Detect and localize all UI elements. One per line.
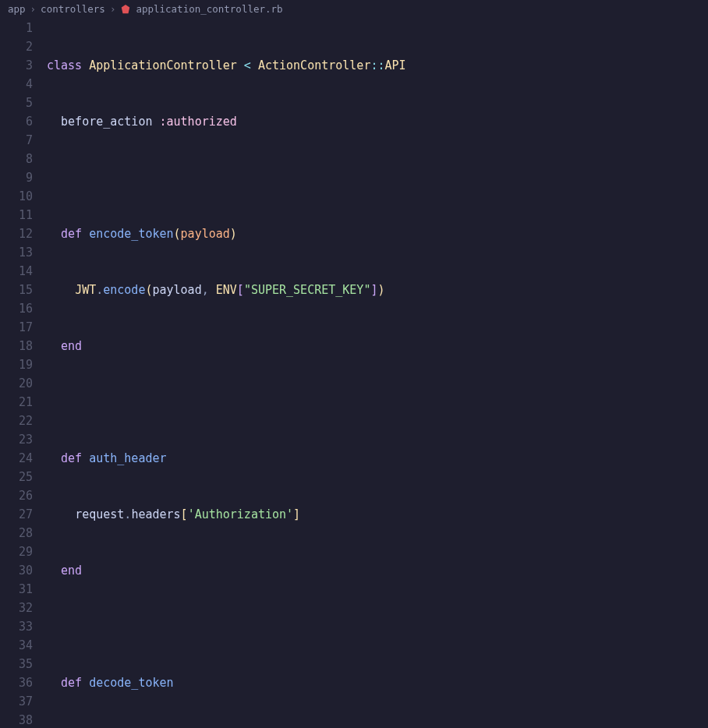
line-number: 4 (0, 75, 33, 94)
breadcrumb: app › controllers › application_controll… (0, 0, 708, 19)
line-number: 27 (0, 505, 33, 524)
line-number: 1 (0, 19, 33, 37)
line-number: 7 (0, 131, 33, 150)
chevron-right-icon: › (110, 2, 116, 17)
code-line[interactable]: class ApplicationController < ActionCont… (47, 56, 708, 75)
code-line[interactable]: def encode_token(payload) (47, 224, 708, 243)
line-number: 8 (0, 150, 33, 168)
line-number: 26 (0, 486, 33, 505)
line-number: 34 (0, 636, 33, 655)
code-line[interactable]: end (47, 337, 708, 355)
line-number-gutter: 1 2 3 4 5 6 7 8 9 10 11 12 13 14 15 16 1… (0, 19, 44, 728)
line-number: 37 (0, 692, 33, 711)
code-line[interactable]: JWT.encode(payload, ENV["SUPER_SECRET_KE… (47, 281, 708, 299)
line-number: 12 (0, 224, 33, 243)
line-number: 18 (0, 337, 33, 355)
line-number: 32 (0, 599, 33, 617)
line-number: 35 (0, 655, 33, 673)
line-number: 15 (0, 281, 33, 299)
code-line[interactable] (47, 168, 708, 187)
line-number: 38 (0, 711, 33, 728)
line-number: 14 (0, 262, 33, 281)
code-line[interactable]: before_action :authorized (47, 112, 708, 131)
line-number: 20 (0, 374, 33, 393)
line-number: 23 (0, 430, 33, 449)
breadcrumb-file[interactable]: application_controller.rb (136, 2, 282, 17)
line-number: 28 (0, 524, 33, 542)
line-number: 3 (0, 56, 33, 75)
line-number: 31 (0, 580, 33, 599)
ruby-file-icon (120, 4, 131, 15)
line-number: 2 (0, 37, 33, 56)
code-line[interactable]: end (47, 561, 708, 580)
breadcrumb-segment[interactable]: controllers (41, 2, 105, 17)
code-line[interactable]: def decode_token (47, 673, 708, 692)
code-line[interactable] (47, 393, 708, 412)
line-number: 29 (0, 542, 33, 561)
line-number: 11 (0, 206, 33, 224)
line-number: 13 (0, 243, 33, 262)
line-number: 24 (0, 449, 33, 468)
line-number: 17 (0, 318, 33, 337)
line-number: 25 (0, 468, 33, 486)
breadcrumb-segment[interactable]: app (8, 2, 26, 17)
code-editor[interactable]: 1 2 3 4 5 6 7 8 9 10 11 12 13 14 15 16 1… (0, 19, 708, 728)
line-number: 21 (0, 393, 33, 412)
line-number: 6 (0, 112, 33, 131)
code-line[interactable] (47, 617, 708, 636)
line-number: 5 (0, 94, 33, 112)
line-number: 22 (0, 412, 33, 430)
line-number: 33 (0, 617, 33, 636)
line-number: 19 (0, 355, 33, 374)
chevron-right-icon: › (30, 2, 37, 17)
code-content[interactable]: class ApplicationController < ActionCont… (44, 19, 708, 728)
line-number: 10 (0, 187, 33, 206)
line-number: 30 (0, 561, 33, 580)
code-line[interactable]: request.headers['Authorization'] (47, 505, 708, 524)
line-number: 9 (0, 168, 33, 187)
line-number: 16 (0, 299, 33, 318)
code-line[interactable]: def auth_header (47, 449, 708, 468)
line-number: 36 (0, 673, 33, 692)
